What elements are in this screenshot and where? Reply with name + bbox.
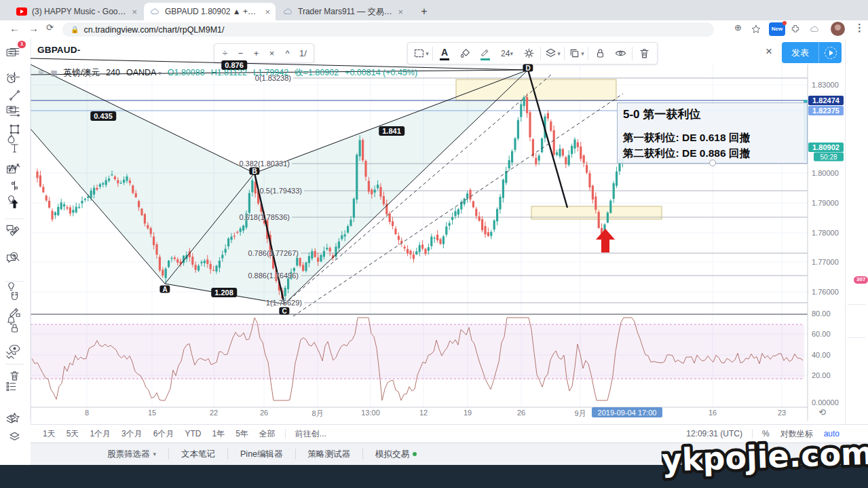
symbol-legend[interactable]: ⊞ ▦ 英镑/澳元 240 OANDA ▾ O1.80088 H1.81122 … bbox=[38, 67, 417, 78]
exchange-label[interactable]: OANDA ▾ bbox=[126, 68, 162, 77]
interval-label[interactable]: 240 bbox=[106, 68, 120, 77]
annotation-title: 5-0 第一获利位 bbox=[623, 107, 801, 122]
annotation-line2: 第二获利位: DE 0.886 回撤 bbox=[623, 147, 801, 161]
watermark: ykpojie.com bbox=[661, 428, 868, 488]
ohlc-high: H1.81122 bbox=[211, 68, 247, 77]
screen: (3) HAPPY Music - Good Mornin × GBPAUD 1… bbox=[0, 0, 868, 488]
ohlc-change: +0.00814 (+0.45%) bbox=[345, 68, 417, 77]
ohlc-close: 收=1.80902 bbox=[295, 67, 339, 79]
menu-notification-badge: 1 bbox=[18, 41, 26, 48]
chart-style-icon: ▦ bbox=[50, 69, 57, 77]
ohlc-open: O1.80088 bbox=[168, 68, 205, 77]
streams-count-badge: 307 bbox=[854, 276, 868, 284]
annotation-line1: 第一获利位: DE 0.618 回撤 bbox=[623, 131, 801, 145]
crosshair-date-badge: 2019-09-04 17:00 bbox=[592, 407, 662, 417]
ohlc-low: L1.79942 bbox=[253, 68, 288, 77]
drawing-handle[interactable] bbox=[709, 159, 716, 166]
annotation-textbox[interactable]: 5-0 第一获利位 第一获利位: DE 0.618 回撤 第二获利位: DE 0… bbox=[617, 102, 808, 164]
symbol-name[interactable]: 英镑/澳元 bbox=[64, 67, 100, 79]
watermark-text: ykpojie.com bbox=[661, 435, 868, 479]
reset-scales-icon[interactable]: ⟲ bbox=[818, 407, 826, 417]
add-symbol-icon[interactable]: ⊞ bbox=[38, 69, 44, 77]
